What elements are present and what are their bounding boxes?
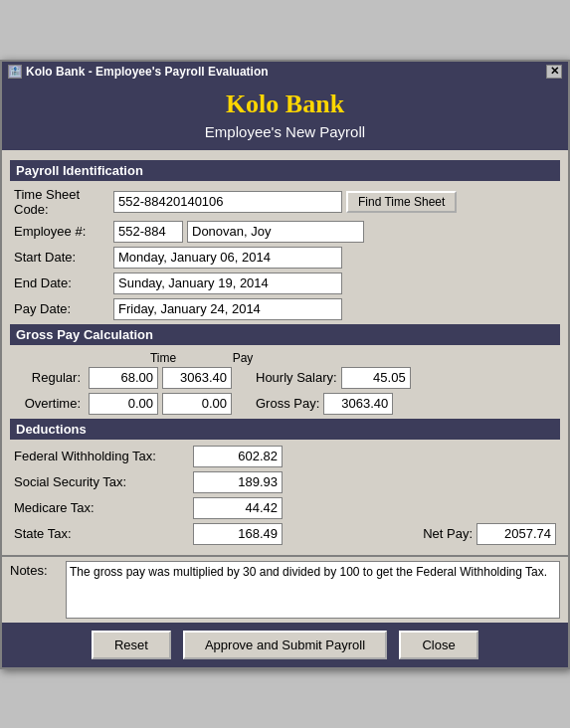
pay-date-row: Pay Date: xyxy=(10,298,560,320)
net-pay-input[interactable] xyxy=(476,523,556,545)
deductions-header: Deductions xyxy=(10,419,560,440)
identification-header: Payroll Identification xyxy=(10,160,560,181)
overtime-row: Overtime: Gross Pay: xyxy=(14,393,556,415)
fed-tax-row: Federal Withholding Tax: xyxy=(10,446,560,467)
title-bar: 🏦 Kolo Bank - Employee's Payroll Evaluat… xyxy=(2,62,568,82)
gross-pay-group: Gross Pay: xyxy=(256,393,393,415)
net-pay-group: Net Pay: xyxy=(423,523,556,545)
payroll-subtitle: Employee's New Payroll xyxy=(6,123,564,140)
notes-label: Notes: xyxy=(10,561,60,578)
hourly-label: Hourly Salary: xyxy=(256,370,337,385)
net-pay-label: Net Pay: xyxy=(423,526,473,541)
close-button[interactable]: Close xyxy=(399,631,478,659)
start-date-input[interactable] xyxy=(113,247,342,269)
overtime-time-input[interactable] xyxy=(89,393,158,415)
footer-buttons: Reset Approve and Submit Payroll Close xyxy=(2,623,568,667)
overtime-pay-input[interactable] xyxy=(162,393,232,415)
end-date-label: End Date: xyxy=(14,275,113,290)
overtime-label: Overtime: xyxy=(14,396,89,411)
end-date-row: End Date: xyxy=(10,273,560,294)
emp-num-label: Employee #: xyxy=(14,224,113,239)
hourly-group: Hourly Salary: xyxy=(256,367,411,389)
fed-tax-label: Federal Withholding Tax: xyxy=(14,449,193,463)
ss-tax-row: Social Security Tax: xyxy=(10,471,560,493)
emp-num-input[interactable] xyxy=(113,221,183,243)
regular-row: Regular: Hourly Salary: xyxy=(14,367,556,389)
main-window: 🏦 Kolo Bank - Employee's Payroll Evaluat… xyxy=(0,60,570,669)
med-tax-row: Medicare Tax: xyxy=(10,497,560,519)
fed-tax-input[interactable] xyxy=(193,446,283,467)
notes-textarea[interactable]: The gross pay was multiplied by 30 and d… xyxy=(66,561,560,619)
emp-name-input[interactable] xyxy=(187,221,364,243)
time-col-header: Time xyxy=(123,351,203,365)
emp-group xyxy=(113,221,364,243)
reset-button[interactable]: Reset xyxy=(92,631,171,659)
gross-pay-input[interactable] xyxy=(323,393,393,415)
end-date-input[interactable] xyxy=(113,273,342,294)
window-icon: 🏦 xyxy=(8,65,22,79)
find-timesheet-button[interactable]: Find Time Sheet xyxy=(346,191,457,213)
regular-pay-input[interactable] xyxy=(162,367,232,389)
med-tax-input[interactable] xyxy=(193,497,283,519)
start-date-label: Start Date: xyxy=(14,250,113,265)
pay-col-header: Pay xyxy=(203,351,283,365)
regular-time-input[interactable] xyxy=(89,367,158,389)
state-tax-label: State Tax: xyxy=(14,526,193,541)
start-date-row: Start Date: xyxy=(10,247,560,269)
gross-pay-label: Gross Pay: xyxy=(256,396,319,411)
timecode-group: Find Time Sheet xyxy=(113,191,457,213)
hourly-input[interactable] xyxy=(341,367,411,389)
notes-section: Notes: The gross pay was multiplied by 3… xyxy=(2,555,568,623)
pay-date-input[interactable] xyxy=(113,298,342,320)
content-area: Payroll Identification Time Sheet Code: … xyxy=(2,150,568,555)
bank-name: Kolo Bank xyxy=(6,90,564,119)
close-window-button[interactable]: ✕ xyxy=(546,65,562,79)
med-tax-label: Medicare Tax: xyxy=(14,500,193,515)
ss-tax-label: Social Security Tax: xyxy=(14,474,193,489)
timecode-row: Time Sheet Code: Find Time Sheet xyxy=(10,187,560,217)
ss-tax-input[interactable] xyxy=(193,471,283,493)
window-title: Kolo Bank - Employee's Payroll Evaluatio… xyxy=(26,65,269,79)
timecode-label: Time Sheet Code: xyxy=(14,187,113,217)
state-tax-row: State Tax: Net Pay: xyxy=(10,523,560,545)
employee-row: Employee #: xyxy=(10,221,560,243)
gross-pay-header: Gross Pay Calculation xyxy=(10,324,560,345)
regular-label: Regular: xyxy=(14,370,89,385)
approve-submit-button[interactable]: Approve and Submit Payroll xyxy=(183,631,387,659)
gross-col-headers: Time Pay xyxy=(14,351,556,365)
gross-pay-section: Time Pay Regular: Hourly Salary: Overtim… xyxy=(10,351,560,415)
pay-date-label: Pay Date: xyxy=(14,301,113,316)
header-section: Kolo Bank Employee's New Payroll xyxy=(2,82,568,150)
title-bar-left: 🏦 Kolo Bank - Employee's Payroll Evaluat… xyxy=(8,65,269,79)
timecode-input[interactable] xyxy=(113,191,342,213)
state-tax-input[interactable] xyxy=(193,523,283,545)
